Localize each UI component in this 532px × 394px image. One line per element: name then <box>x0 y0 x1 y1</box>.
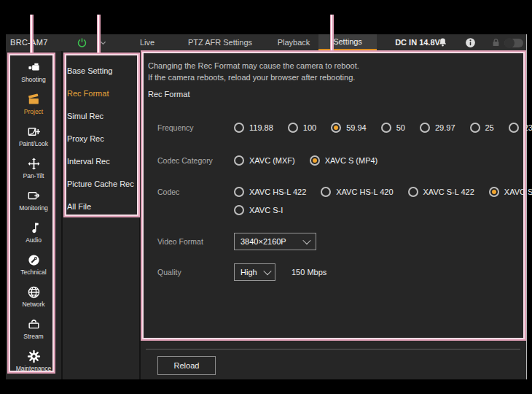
stream-bag-icon <box>27 317 41 331</box>
submenu: Base Setting Rec Format Simul Rec Proxy … <box>63 51 141 379</box>
sidebar-item-network[interactable]: Network <box>6 280 61 312</box>
radio-xavc-s-i[interactable]: XAVC S-I <box>234 205 283 215</box>
gear-icon <box>27 349 41 363</box>
sidebar-item-label: Monitoring <box>19 204 48 212</box>
radio-xavc-s-l-422[interactable]: XAVC S-L 422 <box>408 187 474 197</box>
radio-xavc-hs-l-420[interactable]: XAVC HS-L 420 <box>321 187 393 197</box>
submenu-item-simul-rec[interactable]: Simul Rec <box>63 105 139 128</box>
sidebar-item-monitoring[interactable]: Monitoring <box>6 184 61 216</box>
tab-playback[interactable]: Playback <box>261 34 326 51</box>
quality-row: Quality High 150 Mbps <box>141 263 522 281</box>
app-window: BRC-AM7 Live PTZ AFR Settings Playback S… <box>6 34 527 379</box>
lock-icon <box>490 36 502 49</box>
radio-xavc-s-mp4[interactable]: XAVC S (MP4) <box>310 155 378 166</box>
radio-circle-icon <box>489 187 499 197</box>
submenu-item-base-setting[interactable]: Base Setting <box>63 60 139 82</box>
radio-label: XAVC HS-L 422 <box>249 188 306 196</box>
section-title: Rec Format <box>148 90 189 98</box>
submenu-item-picture-cache-rec[interactable]: Picture Cache Rec <box>63 173 139 196</box>
sidebar-item-paint-look[interactable]: Paint/Look <box>6 120 61 152</box>
tab-settings[interactable]: Settings <box>318 34 377 51</box>
radio-frequency-23-98[interactable]: 23.98 <box>509 123 532 133</box>
info-icon[interactable] <box>464 36 477 49</box>
sidebar-item-label: Paint/Look <box>19 140 48 147</box>
frequency-row: Frequency 119.88 100 59.94 50 29.97 25 2… <box>141 119 522 136</box>
power-icon[interactable] <box>77 37 87 48</box>
radio-xavc-hs-l-422[interactable]: XAVC HS-L 422 <box>234 187 306 197</box>
frequency-label: Frequency <box>157 123 234 132</box>
bell-icon[interactable] <box>437 36 449 49</box>
radio-label: 23.98 <box>524 123 532 132</box>
sidebar: Shooting Project Paint/Look Pan-Tilt Mon… <box>6 51 63 379</box>
radio-label: XAVC HS-L 420 <box>336 188 393 196</box>
radio-circle-icon <box>470 123 480 133</box>
chevron-down-icon <box>263 267 271 275</box>
bitrate-value: 150 Mbps <box>292 268 326 277</box>
submenu-item-interval-rec[interactable]: Interval Rec <box>63 150 139 173</box>
chevron-down-icon <box>302 236 310 244</box>
music-note-icon <box>27 221 41 235</box>
radio-frequency-29-97[interactable]: 29.97 <box>420 123 455 133</box>
submenu-item-rec-format[interactable]: Rec Format <box>63 82 139 105</box>
radio-circle-icon <box>234 155 244 166</box>
radio-label: 119.88 <box>249 123 273 132</box>
chevron-down-icon[interactable] <box>98 37 109 48</box>
codec-category-row: Codec Category XAVC (MXF) XAVC S (MP4) <box>141 152 522 169</box>
radio-circle-icon <box>420 123 430 133</box>
four-way-arrow-icon <box>27 157 41 171</box>
quality-label: Quality <box>157 268 234 277</box>
radio-label: XAVC S-L 420 <box>504 188 532 196</box>
radio-frequency-59-94[interactable]: 59.94 <box>331 123 367 133</box>
sidebar-item-project[interactable]: Project <box>6 88 61 120</box>
sidebar-item-shooting[interactable]: Shooting <box>6 55 61 88</box>
codec-category-label: Codec Category <box>157 156 234 165</box>
camcorder-icon <box>27 61 41 74</box>
radio-label: 29.97 <box>435 123 455 132</box>
video-format-value: 3840×2160P <box>240 237 286 246</box>
quality-value: High <box>240 268 257 277</box>
codec-category-options: XAVC (MXF) XAVC S (MP4) <box>234 155 378 166</box>
tab-ptz-afr-settings[interactable]: PTZ AFR Settings <box>176 34 264 51</box>
sidebar-item-label: Network <box>22 301 44 308</box>
wrench-circle-icon <box>27 253 41 267</box>
radio-circle-icon <box>321 187 331 197</box>
radio-circle-icon <box>310 155 320 166</box>
submenu-item-proxy-rec[interactable]: Proxy Rec <box>63 128 139 150</box>
radio-label: XAVC S (MP4) <box>325 156 378 165</box>
codec-options: XAVC HS-L 422 XAVC HS-L 420 XAVC S-L 422… <box>234 187 532 197</box>
radio-frequency-119-88[interactable]: 119.88 <box>234 123 273 133</box>
sidebar-item-label: Shooting <box>21 76 46 83</box>
radio-xavc-mxf[interactable]: XAVC (MXF) <box>234 155 295 166</box>
reload-button[interactable]: Reload <box>157 356 216 375</box>
footer-divider <box>146 349 520 349</box>
lock-toggle[interactable] <box>504 39 523 47</box>
rec-format-panel: Changing the Rec Format may cause the ca… <box>141 51 526 379</box>
radio-frequency-50[interactable]: 50 <box>381 123 405 133</box>
radio-circle-icon <box>381 123 391 133</box>
codec-options-line2: XAVC S-I <box>234 205 283 215</box>
codec-row: Codec XAVC HS-L 422 XAVC HS-L 420 XAVC S… <box>141 183 522 201</box>
device-name: BRC-AM7 <box>10 34 48 51</box>
submenu-item-all-file[interactable]: All File <box>63 196 139 218</box>
video-format-select[interactable]: 3840×2160P <box>234 233 316 250</box>
radio-frequency-100[interactable]: 100 <box>288 123 316 133</box>
reboot-notice: Changing the Rec Format may cause the ca… <box>148 60 359 83</box>
sidebar-item-audio[interactable]: Audio <box>6 216 61 248</box>
sidebar-item-stream[interactable]: Stream <box>6 312 61 344</box>
sidebar-item-pan-tilt[interactable]: Pan-Tilt <box>6 152 61 184</box>
reboot-notice-line1: Changing the Rec Format may cause the ca… <box>148 60 359 72</box>
radio-label: XAVC S-I <box>249 206 283 215</box>
tab-live[interactable]: Live <box>122 34 173 51</box>
sidebar-item-label: Stream <box>23 333 43 340</box>
radio-label: XAVC S-L 422 <box>423 188 474 196</box>
radio-circle-icon <box>234 123 244 133</box>
radio-frequency-25[interactable]: 25 <box>470 123 494 133</box>
frequency-options: 119.88 100 59.94 50 29.97 25 23.98 <box>234 123 532 133</box>
quality-select[interactable]: High <box>234 263 275 281</box>
sidebar-item-technical[interactable]: Technical <box>6 248 61 280</box>
monitor-out-icon <box>27 189 41 203</box>
sidebar-item-maintenance[interactable]: Maintenance <box>6 344 61 376</box>
radio-label: 25 <box>485 123 494 132</box>
reboot-notice-line2: If the camera reboots, reload your brows… <box>148 72 359 83</box>
radio-xavc-s-l-420[interactable]: XAVC S-L 420 <box>489 187 532 197</box>
